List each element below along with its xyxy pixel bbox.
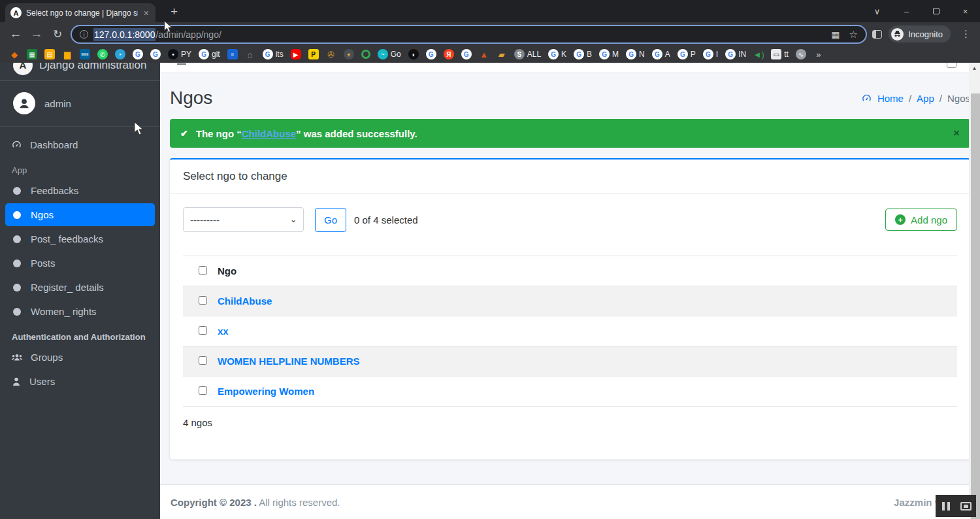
breadcrumb-app-link[interactable]: App (917, 93, 934, 104)
bookmark-label: P (691, 50, 696, 59)
bookmark-item[interactable]: GIN (725, 49, 746, 59)
google-icon: G (548, 49, 559, 59)
bookmark-item[interactable]: Gits (263, 49, 284, 59)
url-bar[interactable]: i 127.0.0.1:8000 /admin/app/ngo/ ▦ ☆ (71, 25, 867, 44)
browser-menu-icon[interactable]: ⋮ (957, 28, 975, 40)
bookmark-item[interactable]: P (308, 49, 319, 59)
movie-camera-icon: ✇ (326, 49, 336, 59)
breadcrumb-home-link[interactable]: Home (877, 93, 904, 104)
bookmark-item[interactable]: ⌂ (245, 49, 255, 59)
bookmark-item[interactable]: ▦ (27, 49, 37, 59)
bookmark-item[interactable]: •PY (168, 49, 191, 59)
sidebar-item-posts[interactable]: Posts (5, 252, 155, 275)
maximize-button[interactable] (921, 7, 951, 16)
bookmark-item[interactable]: G (133, 49, 143, 59)
sidebar-item-groups[interactable]: Groups (5, 346, 155, 369)
speaker-icon: ◄) (753, 49, 764, 59)
add-ngo-button[interactable]: + Add ngo (885, 209, 957, 231)
minimize-button[interactable]: – (892, 7, 921, 16)
bookmark-item[interactable]: ➤ (115, 49, 125, 59)
qr-grid-icon[interactable]: ▦ (831, 29, 840, 40)
tab-close-icon[interactable]: × (142, 8, 150, 18)
bookmark-item[interactable]: ▆ (62, 49, 73, 59)
row-checkbox[interactable] (199, 326, 207, 335)
bookmark-item[interactable]: ✇ (326, 49, 336, 59)
google-icon: G (199, 49, 209, 59)
bookmark-item[interactable]: GP (678, 49, 696, 59)
bookmark-item[interactable]: ◄) (753, 49, 764, 59)
sidebar-item-post-feedbacks[interactable]: Post_ feedbacks (5, 227, 155, 250)
side-panel-icon[interactable] (872, 30, 882, 39)
bookmark-star-icon[interactable]: ☆ (849, 29, 858, 41)
bookmark-item[interactable]: G (426, 49, 436, 59)
browser-tab[interactable]: A Select ngo to change | Django sit × (5, 3, 155, 22)
bookmark-item[interactable]: Я (444, 49, 454, 59)
alert-close-icon[interactable]: × (953, 127, 960, 140)
row-checkbox[interactable] (199, 356, 207, 365)
bookmark-item[interactable]: ▤ (44, 49, 55, 59)
reload-button[interactable]: ↻ (47, 27, 68, 41)
action-select[interactable]: --------- ⌄ (183, 207, 304, 232)
bookmark-item[interactable]: ▰ (497, 49, 507, 59)
alert-ngo-link[interactable]: ChildAbuse (242, 128, 296, 139)
hamburger-menu-icon[interactable] (177, 63, 186, 65)
green-ring-icon (361, 50, 370, 59)
bookmark-item[interactable]: ▲ (479, 49, 489, 59)
bookmark-item[interactable]: GN (626, 49, 645, 59)
bookmark-label: Go (391, 50, 401, 59)
bookmark-item[interactable]: GB (574, 49, 592, 59)
ngo-link[interactable]: ChildAbuse (218, 295, 272, 307)
bookmark-item[interactable]: G (150, 49, 161, 59)
go-button[interactable]: Go (315, 208, 346, 232)
tab-search-chevron-icon[interactable]: ∨ (862, 7, 892, 16)
bookmark-item[interactable]: » (813, 49, 824, 59)
bookmark-item[interactable]: ◗ (408, 49, 419, 59)
google-icon: G (652, 49, 662, 59)
bookmark-item[interactable]: GI (703, 49, 718, 59)
row-checkbox[interactable] (199, 296, 207, 305)
bookmark-item[interactable]: IEEE (80, 49, 90, 59)
bookmark-item[interactable]: ◆ (9, 49, 20, 59)
pause-button[interactable] (936, 495, 956, 517)
bookmark-item[interactable]: G (461, 49, 472, 59)
bookmark-item[interactable]: ▾ (344, 49, 354, 59)
bookmark-item[interactable]: ~Go (378, 49, 401, 59)
bookmark-item[interactable]: ∿ (796, 49, 806, 59)
column-header-ngo[interactable]: Ngo (212, 256, 957, 286)
bookmark-item[interactable]: GK (548, 49, 566, 59)
ngo-link[interactable]: Empowering Women (218, 386, 314, 397)
forward-button[interactable]: → (26, 27, 47, 41)
bookmark-label: I (716, 50, 718, 59)
sidebar-item-feedbacks[interactable]: Feedbacks (5, 179, 155, 202)
select-all-checkbox[interactable] (199, 266, 207, 275)
bookmark-item[interactable]: ✆ (97, 49, 108, 59)
row-checkbox[interactable] (199, 386, 207, 395)
new-tab-button[interactable]: + (167, 4, 182, 20)
sidebar-item-users[interactable]: Users (5, 370, 155, 393)
bookmark-item[interactable] (361, 50, 370, 59)
bookmark-item[interactable]: GA (652, 49, 670, 59)
user-panel[interactable]: admin (0, 81, 160, 127)
ngo-link[interactable]: WOMEN HELPLINE NUMBERS (218, 356, 360, 367)
brand[interactable]: A Django administration (0, 63, 160, 81)
close-window-button[interactable]: × (951, 7, 980, 16)
bookmark-item[interactable]: SALL (514, 49, 541, 59)
back-button[interactable]: ← (5, 27, 26, 41)
bookmark-item[interactable]: ||| (227, 49, 238, 59)
bookmark-item[interactable]: GM (599, 49, 619, 59)
sidebar-item-dashboard[interactable]: Dashboard (5, 133, 155, 156)
bookmark-item[interactable]: Ggit (199, 49, 220, 59)
scrollbar-thumb[interactable] (971, 93, 980, 519)
site-info-icon[interactable]: i (80, 30, 88, 39)
sidebar-item-ngos[interactable]: Ngos (5, 203, 155, 226)
bookmark-item[interactable]: ▶ (291, 49, 301, 59)
ngo-link[interactable]: xx (218, 326, 229, 337)
sidebar-item-register-details[interactable]: Register_ details (5, 276, 155, 299)
fullscreen-icon[interactable] (947, 63, 956, 68)
github-icon: • (168, 49, 178, 59)
sidebar-item-women-rights[interactable]: Women_ rights (5, 300, 155, 323)
bookmark-item[interactable]: ▭tt (771, 49, 789, 59)
pip-button[interactable] (956, 495, 976, 517)
scrollbar[interactable]: ▲ (969, 63, 980, 519)
scroll-up-icon[interactable]: ▲ (969, 63, 980, 73)
